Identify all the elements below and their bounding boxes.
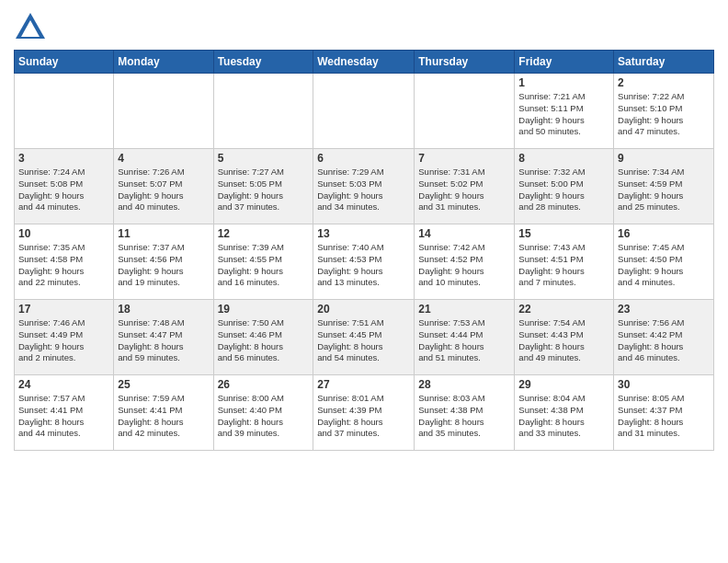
- day-cell: 15Sunrise: 7:43 AMSunset: 4:51 PMDayligh…: [515, 224, 614, 300]
- weekday-friday: Friday: [515, 51, 614, 74]
- day-cell: 26Sunrise: 8:00 AMSunset: 4:40 PMDayligh…: [213, 375, 313, 451]
- day-info: Sunrise: 7:40 AMSunset: 4:53 PMDaylight:…: [317, 242, 410, 289]
- day-number: 28: [418, 378, 510, 391]
- day-info: Sunrise: 7:29 AMSunset: 5:03 PMDaylight:…: [317, 167, 410, 213]
- day-info: Sunrise: 7:22 AMSunset: 5:10 PMDaylight:…: [618, 91, 710, 138]
- day-number: 3: [18, 152, 109, 165]
- weekday-monday: Monday: [114, 51, 213, 74]
- day-cell: [415, 74, 515, 149]
- day-cell: 23Sunrise: 7:56 AMSunset: 4:42 PMDayligh…: [614, 300, 714, 375]
- day-number: 5: [218, 152, 310, 165]
- day-cell: 22Sunrise: 7:54 AMSunset: 4:43 PMDayligh…: [515, 300, 614, 375]
- day-number: 21: [418, 303, 510, 316]
- day-info: Sunrise: 8:01 AMSunset: 4:39 PMDaylight:…: [317, 393, 410, 440]
- day-cell: 28Sunrise: 8:03 AMSunset: 4:38 PMDayligh…: [415, 375, 515, 451]
- day-cell: 3Sunrise: 7:24 AMSunset: 5:08 PMDaylight…: [15, 149, 114, 224]
- day-info: Sunrise: 8:03 AMSunset: 4:38 PMDaylight:…: [418, 393, 510, 440]
- day-info: Sunrise: 7:54 AMSunset: 4:43 PMDaylight:…: [518, 317, 609, 364]
- day-info: Sunrise: 8:05 AMSunset: 4:37 PMDaylight:…: [618, 393, 710, 440]
- day-number: 6: [317, 152, 410, 165]
- weekday-wednesday: Wednesday: [313, 51, 415, 74]
- day-number: 14: [418, 227, 510, 240]
- day-cell: 27Sunrise: 8:01 AMSunset: 4:39 PMDayligh…: [313, 375, 415, 451]
- day-number: 13: [317, 227, 410, 240]
- day-number: 17: [18, 303, 109, 316]
- day-info: Sunrise: 7:39 AMSunset: 4:55 PMDaylight:…: [218, 242, 310, 289]
- day-number: 29: [518, 378, 609, 391]
- day-info: Sunrise: 7:26 AMSunset: 5:07 PMDaylight:…: [118, 167, 209, 213]
- day-info: Sunrise: 7:56 AMSunset: 4:42 PMDaylight:…: [618, 317, 710, 364]
- day-info: Sunrise: 7:35 AMSunset: 4:58 PMDaylight:…: [18, 242, 109, 289]
- day-info: Sunrise: 7:31 AMSunset: 5:02 PMDaylight:…: [418, 167, 510, 213]
- day-info: Sunrise: 8:04 AMSunset: 4:38 PMDaylight:…: [518, 393, 609, 440]
- day-cell: 14Sunrise: 7:42 AMSunset: 4:52 PMDayligh…: [415, 224, 515, 300]
- day-number: 9: [618, 152, 710, 165]
- day-number: 24: [18, 378, 109, 391]
- day-number: 15: [518, 227, 609, 240]
- day-cell: [114, 74, 213, 149]
- day-info: Sunrise: 7:24 AMSunset: 5:08 PMDaylight:…: [18, 167, 109, 213]
- day-info: Sunrise: 7:59 AMSunset: 4:41 PMDaylight:…: [118, 393, 209, 440]
- day-cell: 29Sunrise: 8:04 AMSunset: 4:38 PMDayligh…: [515, 375, 614, 451]
- week-row-4: 17Sunrise: 7:46 AMSunset: 4:49 PMDayligh…: [15, 300, 714, 375]
- week-row-1: 1Sunrise: 7:21 AMSunset: 5:11 PMDaylight…: [15, 74, 714, 149]
- day-info: Sunrise: 7:57 AMSunset: 4:41 PMDaylight:…: [18, 393, 109, 440]
- day-cell: 6Sunrise: 7:29 AMSunset: 5:03 PMDaylight…: [313, 149, 415, 224]
- day-cell: 17Sunrise: 7:46 AMSunset: 4:49 PMDayligh…: [15, 300, 114, 375]
- day-info: Sunrise: 7:48 AMSunset: 4:47 PMDaylight:…: [118, 317, 209, 364]
- logo-icon: [14, 9, 47, 42]
- day-cell: 20Sunrise: 7:51 AMSunset: 4:45 PMDayligh…: [313, 300, 415, 375]
- day-number: 18: [118, 303, 209, 316]
- week-row-2: 3Sunrise: 7:24 AMSunset: 5:08 PMDaylight…: [15, 149, 714, 224]
- header: [14, 9, 714, 42]
- weekday-header-row: SundayMondayTuesdayWednesdayThursdayFrid…: [15, 51, 714, 74]
- day-cell: 9Sunrise: 7:34 AMSunset: 4:59 PMDaylight…: [614, 149, 714, 224]
- day-info: Sunrise: 7:37 AMSunset: 4:56 PMDaylight:…: [118, 242, 209, 289]
- day-number: 1: [518, 76, 609, 89]
- day-number: 25: [118, 378, 209, 391]
- day-cell: 12Sunrise: 7:39 AMSunset: 4:55 PMDayligh…: [213, 224, 313, 300]
- day-number: 2: [618, 76, 710, 89]
- day-info: Sunrise: 7:43 AMSunset: 4:51 PMDaylight:…: [518, 242, 609, 289]
- day-number: 26: [218, 378, 310, 391]
- week-row-3: 10Sunrise: 7:35 AMSunset: 4:58 PMDayligh…: [15, 224, 714, 300]
- day-number: 12: [218, 227, 310, 240]
- week-row-5: 24Sunrise: 7:57 AMSunset: 4:41 PMDayligh…: [15, 375, 714, 451]
- day-cell: 18Sunrise: 7:48 AMSunset: 4:47 PMDayligh…: [114, 300, 213, 375]
- weekday-tuesday: Tuesday: [213, 51, 313, 74]
- day-number: 10: [18, 227, 109, 240]
- day-cell: 21Sunrise: 7:53 AMSunset: 4:44 PMDayligh…: [415, 300, 515, 375]
- day-info: Sunrise: 7:53 AMSunset: 4:44 PMDaylight:…: [418, 317, 510, 364]
- day-number: 19: [218, 303, 310, 316]
- day-cell: 7Sunrise: 7:31 AMSunset: 5:02 PMDaylight…: [415, 149, 515, 224]
- day-number: 23: [618, 303, 710, 316]
- logo: [14, 9, 51, 42]
- day-cell: 10Sunrise: 7:35 AMSunset: 4:58 PMDayligh…: [15, 224, 114, 300]
- day-number: 7: [418, 152, 510, 165]
- day-info: Sunrise: 7:32 AMSunset: 5:00 PMDaylight:…: [518, 167, 609, 213]
- day-info: Sunrise: 7:42 AMSunset: 4:52 PMDaylight:…: [418, 242, 510, 289]
- day-info: Sunrise: 7:45 AMSunset: 4:50 PMDaylight:…: [618, 242, 710, 289]
- day-number: 16: [618, 227, 710, 240]
- day-number: 4: [118, 152, 209, 165]
- day-cell: 11Sunrise: 7:37 AMSunset: 4:56 PMDayligh…: [114, 224, 213, 300]
- day-cell: 16Sunrise: 7:45 AMSunset: 4:50 PMDayligh…: [614, 224, 714, 300]
- day-cell: 25Sunrise: 7:59 AMSunset: 4:41 PMDayligh…: [114, 375, 213, 451]
- day-cell: 13Sunrise: 7:40 AMSunset: 4:53 PMDayligh…: [313, 224, 415, 300]
- day-number: 8: [518, 152, 609, 165]
- day-info: Sunrise: 8:00 AMSunset: 4:40 PMDaylight:…: [218, 393, 310, 440]
- page: SundayMondayTuesdayWednesdayThursdayFrid…: [0, 0, 728, 563]
- day-cell: 19Sunrise: 7:50 AMSunset: 4:46 PMDayligh…: [213, 300, 313, 375]
- day-info: Sunrise: 7:21 AMSunset: 5:11 PMDaylight:…: [518, 91, 609, 138]
- day-info: Sunrise: 7:46 AMSunset: 4:49 PMDaylight:…: [18, 317, 109, 364]
- day-info: Sunrise: 7:27 AMSunset: 5:05 PMDaylight:…: [218, 167, 310, 213]
- day-cell: 8Sunrise: 7:32 AMSunset: 5:00 PMDaylight…: [515, 149, 614, 224]
- day-cell: 4Sunrise: 7:26 AMSunset: 5:07 PMDaylight…: [114, 149, 213, 224]
- day-cell: [213, 74, 313, 149]
- day-number: 30: [618, 378, 710, 391]
- weekday-saturday: Saturday: [614, 51, 714, 74]
- day-info: Sunrise: 7:34 AMSunset: 4:59 PMDaylight:…: [618, 167, 710, 213]
- day-cell: [15, 74, 114, 149]
- day-number: 11: [118, 227, 209, 240]
- weekday-sunday: Sunday: [15, 51, 114, 74]
